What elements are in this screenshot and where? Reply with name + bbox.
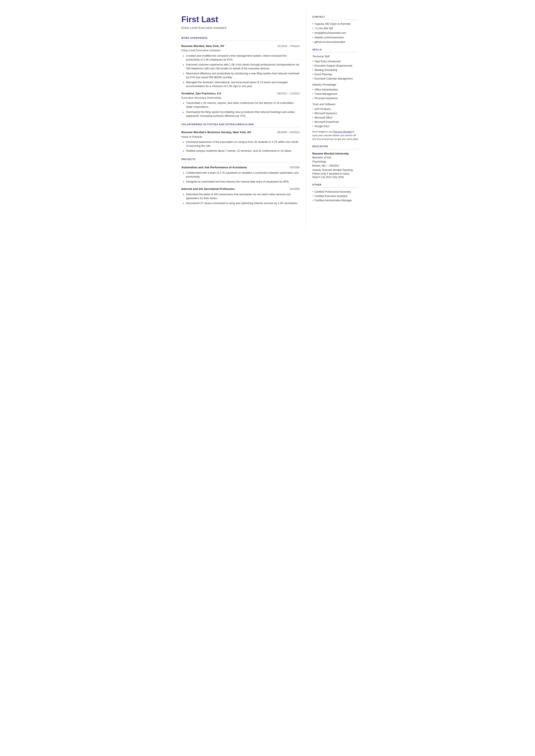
bullet-item: Discovered 27 issues connected to using … xyxy=(186,201,300,205)
contact-item: github.com/resumeworded xyxy=(312,40,358,44)
skill-item: SAP Products xyxy=(312,107,358,111)
bullet-item: Created and modified the company's time … xyxy=(186,54,300,62)
skill-item: Microsoft Office xyxy=(312,116,358,120)
company-name-2: Growthsi, San Francisco, CA Executive Se… xyxy=(182,91,221,100)
bullet-item: Collaborated with a team of 2.7K assista… xyxy=(186,171,300,179)
volunteer-entry-1: Resume Worded's Business Society, New Yo… xyxy=(182,130,300,153)
skills-category-3: Tools and Software: SAP Products Microso… xyxy=(312,102,358,128)
job-bullets-2: Transcribed 1.2K memos, reports, and vid… xyxy=(182,101,300,118)
contact-item: +1-234-456-789 xyxy=(312,26,358,30)
skill-item: Personal Assistance xyxy=(312,96,358,100)
volunteering-list: Resume Worded's Business Society, New Yo… xyxy=(182,130,300,153)
work-experience-list: Resume Worded, New York, NY Entry-Level … xyxy=(182,44,300,118)
skill-item: Executive Support (Experienced) xyxy=(312,64,358,68)
skill-item: Executive Calendar Management xyxy=(312,77,358,81)
other-list: Certified Professional Secretary. Certif… xyxy=(312,190,358,202)
other-section-header: OTHER xyxy=(312,183,358,188)
volunteer-bullets-1: Increased awareness of the association o… xyxy=(182,140,300,153)
skill-item: Event Planning xyxy=(312,72,358,76)
skill-item: Office Administration xyxy=(312,88,358,92)
job-title-row-2: Growthsi, San Francisco, CA Executive Se… xyxy=(182,91,300,100)
bullet-item: Transcribed 1.2K memos, reports, and vid… xyxy=(186,101,300,109)
work-experience-header: WORK EXPERIENCE xyxy=(182,36,300,41)
job-title-row-1: Resume Worded, New York, NY Entry-Level … xyxy=(182,44,300,53)
skills-category-2: Industry Knowledge: Office Administratio… xyxy=(312,83,358,100)
project-title-row-1: Automation and Job Performance of Assist… xyxy=(182,165,300,170)
candidate-title: Entry-Level Executive Assistant xyxy=(182,25,300,30)
job-bullets-1: Created and modified the company's time … xyxy=(182,54,300,88)
resume-worded-link[interactable]: Resume Worded xyxy=(333,130,352,133)
bullet-item: Designed an automated tool that reduces … xyxy=(186,180,300,183)
other-item: Certified Professional Secretary. xyxy=(312,190,358,194)
contact-item: Augusta, ME (Open to Remote) xyxy=(312,22,358,26)
volunteer-title-row-1: Resume Worded's Business Society, New Yo… xyxy=(182,130,300,139)
skill-item: Data Entry (Advanced) xyxy=(312,60,358,63)
job-entry-1: Resume Worded, New York, NY Entry-Level … xyxy=(182,44,300,88)
volunteering-header: VOLUNTEERING ACTIVITIES AND EXTRACURRICU… xyxy=(182,123,300,127)
candidate-name: First Last xyxy=(182,15,300,24)
right-column: CONTACT Augusta, ME (Open to Remote) +1-… xyxy=(306,9,365,228)
bullet-item: Managed the domestic, international, and… xyxy=(186,80,300,88)
skill-item: Travel Management xyxy=(312,92,358,96)
project-entry-1: Automation and Job Performance of Assist… xyxy=(182,165,300,184)
company-name-1: Resume Worded, New York, NY Entry-Level … xyxy=(182,44,225,53)
contact-item: email@resumeworded.com xyxy=(312,31,358,35)
projects-header: PROJECTS xyxy=(182,157,300,162)
scan-note: Don't forget to use Resume Worded to sca… xyxy=(312,130,358,141)
skills-section-header: SKILLS xyxy=(312,48,358,53)
volunteer-dates-1: 06/2009 – 04/2010 xyxy=(277,130,299,134)
project-bullets-2: Debunked the belief of 400 researchers t… xyxy=(182,192,300,205)
skill-item: Microsoft Dynamics xyxy=(312,111,358,115)
contact-item: linkedin.com/in/username xyxy=(312,36,358,40)
contact-list: Augusta, ME (Open to Remote) +1-234-456-… xyxy=(312,22,358,44)
volunteer-org-1: Resume Worded's Business Society, New Yo… xyxy=(182,130,252,139)
bullet-item: Debunked the belief of 400 researchers t… xyxy=(186,192,300,200)
job-dates-1: 01/2015 – Present xyxy=(277,44,299,48)
job-entry-2: Growthsi, San Francisco, CA Executive Se… xyxy=(182,91,300,118)
education-entry-1: Resume Worded University Bachelor of Art… xyxy=(312,152,358,179)
left-column: First Last Entry-Level Executive Assista… xyxy=(171,9,306,228)
skill-list-3: SAP Products Microsoft Dynamics Microsof… xyxy=(312,107,358,128)
skill-item: Meeting Scheduling xyxy=(312,68,358,72)
project-title-row-2: Internet and the Secretarial Profession … xyxy=(182,187,300,191)
other-item: Certified Administrative Manager. xyxy=(312,199,358,202)
other-item: Certified Executive Assistant. xyxy=(312,194,358,198)
skill-list-2: Office Administration Travel Management … xyxy=(312,88,358,100)
skill-list-1: Data Entry (Advanced) Executive Support … xyxy=(312,60,358,81)
skill-item: Microsoft PowerPoint xyxy=(312,120,358,124)
scan-note-pre: Don't forget to use xyxy=(312,130,333,133)
skill-item: Google Docs xyxy=(312,124,358,128)
skills-category-1: Technical Skill: Data Entry (Advanced) E… xyxy=(312,55,358,81)
bullet-item: Improved customer experience with 1.5K A… xyxy=(186,63,300,70)
bullet-item: Increased awareness of the association o… xyxy=(186,140,300,148)
resume-page: First Last Entry-Level Executive Assista… xyxy=(171,0,365,237)
project-bullets-1: Collaborated with a team of 2.7K assista… xyxy=(182,171,300,183)
contact-section-header: CONTACT xyxy=(312,15,358,20)
education-section-header: EDUCATION xyxy=(312,145,358,149)
bullet-item: Overhauled the filing system by initiati… xyxy=(186,110,300,118)
bullet-item: Maximized efficiency and productivity by… xyxy=(186,71,300,79)
bullet-item: Notified campus residents about 7 events… xyxy=(186,149,300,153)
projects-list: Automation and Job Performance of Assist… xyxy=(182,165,300,205)
project-entry-2: Internet and the Secretarial Profession … xyxy=(182,187,300,205)
job-dates-2: 06/2010 – 12/2014 xyxy=(277,92,299,96)
